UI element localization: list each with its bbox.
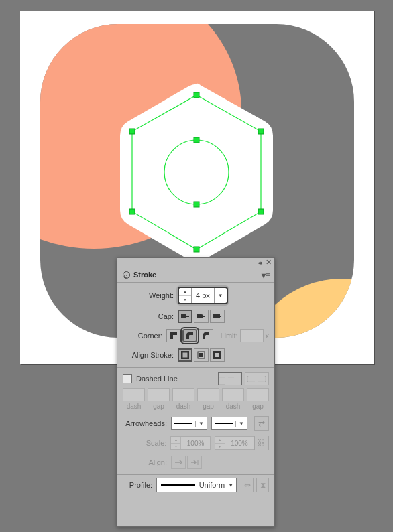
align-outside-button[interactable] [210,348,225,362]
scale-start-input: ▲▼ 100% [170,436,210,450]
divider [117,474,274,475]
arrowhead-start-select[interactable]: ▼ [171,417,207,430]
anchor-handle[interactable] [194,202,199,207]
row-align-stroke: Align Stroke: [123,348,269,362]
anchor-handle[interactable] [194,137,199,143]
align-stroke-label: Align Stroke: [123,351,178,359]
gap-input-2 [197,388,219,401]
profile-label: Profile: [123,481,156,489]
corner-miter-button[interactable] [166,329,181,342]
weight-input[interactable]: ▲▼ 4 px ▼ [178,287,228,304]
limit-suffix: x [266,332,270,340]
collapse-icon[interactable]: ◂◂ [258,259,260,266]
row-arrow-scale: Scale: ▲▼ 100% ▲▼ 100% ⛓ [123,436,269,450]
corner-bevel-button[interactable] [199,329,213,342]
row-cap: Cap: [123,309,269,324]
row-dashed: Dashed Line ⸏ ⸏ ⸏ [⸏ ⸏] [123,372,269,385]
anchor-handle[interactable] [258,129,264,134]
spinner-buttons[interactable]: ▲▼ [179,288,192,303]
svg-rect-1 [181,314,186,318]
link-icon [123,271,130,279]
arrowhead-end-select[interactable]: ▼ [211,417,247,430]
scale-label: Scale: [123,439,170,447]
panel-titlebar[interactable]: ◂◂ ✕ [117,258,274,267]
cap-projecting-button[interactable] [210,310,225,323]
align-inside-button[interactable] [194,348,209,362]
align-center-button[interactable] [178,348,192,362]
cap-round-button[interactable] [194,310,209,323]
row-profile: Profile: Uniform ▼ ⇔ ⧗ [123,478,269,492]
anchor-handle[interactable] [194,92,199,98]
svg-rect-7 [182,352,188,358]
svg-rect-3 [203,316,205,317]
arrow-align-label: Align: [123,458,171,466]
panel-tab-stroke[interactable]: Stroke ▾≡ [117,267,274,283]
dashed-line-label: Dashed Line [136,375,178,383]
cap-butt-button[interactable] [178,310,192,323]
limit-label: Limit: [213,332,237,340]
close-icon[interactable]: ✕ [266,258,272,267]
row-arrow-align: Align: [123,455,269,470]
anchor-handle[interactable] [129,129,135,134]
row-weight: Weight: ▲▼ 4 px ▼ [123,287,269,304]
link-scale-button: ⛓ [254,436,269,450]
svg-rect-5 [219,316,221,317]
svg-rect-4 [213,314,220,318]
limit-input [240,329,264,342]
arrowheads-label: Arrowheads: [123,419,171,427]
checkbox-icon[interactable] [123,374,132,383]
profile-select[interactable]: Uniform ▼ [156,478,237,492]
anchor-handle[interactable] [258,209,264,214]
dashed-line-checkbox[interactable]: Dashed Line [123,374,178,383]
row-corner: Corner: Limit: x [123,328,269,343]
gap-input-3 [247,388,269,401]
arrow-align-tip-button [187,456,202,469]
svg-rect-2 [186,316,189,317]
divider [117,413,274,413]
weight-label: Weight: [123,291,178,300]
flip-along-button: ⇔ [241,478,254,492]
divider [117,367,274,368]
dash-gap-labels: dash gap dash gap dash gap [123,403,269,410]
weight-dropdown[interactable]: ▼ [214,288,227,303]
arrow-align-extend-button [171,456,186,469]
profile-preview-icon [161,484,195,486]
corner-label: Corner: [123,332,166,340]
dash-input-2 [172,388,194,401]
weight-value[interactable]: 4 px [192,288,214,303]
anchor-handle[interactable] [194,247,199,252]
corner-round-button[interactable] [182,329,197,342]
dash-preset-align[interactable]: [⸏ ⸏] [245,372,269,385]
panel-title: Stroke [133,271,156,279]
swap-arrowheads-button[interactable]: ⇄ [254,416,269,431]
dash-preset-preserve[interactable]: ⸏ ⸏ ⸏ [218,372,242,385]
panel-body: Weight: ▲▼ 4 px ▼ Cap: [117,283,274,503]
anchor-handle[interactable] [129,209,135,214]
row-arrowheads: Arrowheads: ▼ ▼ ⇄ [123,416,269,431]
cap-label: Cap: [123,312,178,320]
gap-input-1 [148,388,170,401]
dash-input-3 [222,388,244,401]
stroke-panel[interactable]: ◂◂ ✕ Stroke ▾≡ Weight: ▲▼ 4 px ▼ Cap: [117,257,275,527]
svg-rect-11 [215,353,219,357]
flyout-menu-icon[interactable]: ▾≡ [262,271,270,280]
dash-gap-inputs [123,388,269,401]
svg-rect-9 [199,353,203,357]
scale-end-input: ▲▼ 100% [215,436,254,450]
flip-across-button: ⧗ [256,478,269,492]
dash-input-1 [123,388,145,401]
profile-value: Uniform [199,481,225,489]
